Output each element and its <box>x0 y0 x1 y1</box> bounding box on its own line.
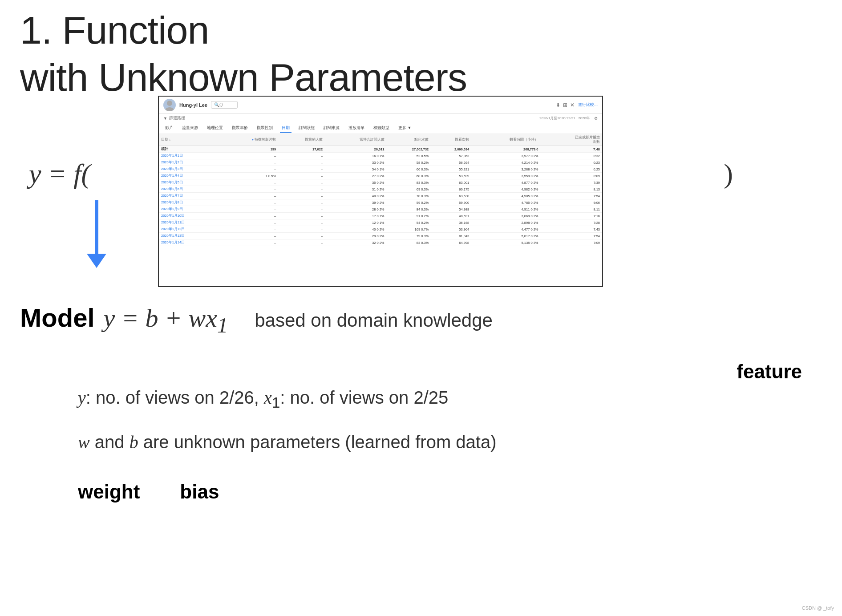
date-range: 2020/1月至2020/12/31 2020年 <box>539 116 590 121</box>
tab-geo[interactable]: 地理位置 <box>205 124 225 133</box>
desc2-post: are unknown parameters (learned from dat… <box>138 432 497 452</box>
arrow-head <box>87 254 106 268</box>
weight-label: weight <box>78 481 140 503</box>
summary-c3: 26,011 <box>325 146 386 153</box>
col-watch-time[interactable]: 觀看時間（小時） <box>471 134 540 146</box>
col-feature[interactable]: ● 特徵的影片數 <box>218 134 279 146</box>
tab-gender[interactable]: 觀眾性別 <box>255 124 275 133</box>
col-viewers[interactable]: 觀賞的人數 <box>278 134 325 146</box>
equation-text: y = f( <box>29 158 90 189</box>
model-description: based on domain knowledge <box>255 310 493 331</box>
model-equation: y = b + wx1 <box>104 303 228 337</box>
data-table: 日期 ↕ ● 特徵的影片數 觀賞的人數 當符合訂閱人數 點化次數 觀看次數 觀看… <box>159 134 602 286</box>
summary-row: 統計 199 17,022 26,011 27,602,732 2,066,63… <box>159 146 602 153</box>
screenshot-window: Hung-yi Lee 🔍 Q ⬇ ⊞ ✕ 進行比較... ▼ 篩選路徑 202… <box>158 96 603 287</box>
avatar <box>163 99 176 111</box>
tab-sub-source[interactable]: 訂閱來源 <box>322 124 341 133</box>
filter-icon: ▼ <box>163 116 167 121</box>
table-row: 2020年1月7日 – – 40 0.2% 70 0.3% 63,630 4,9… <box>159 193 602 199</box>
search-placeholder: Q <box>219 102 223 107</box>
header-icons: ⬇ ⊞ ✕ <box>556 102 575 108</box>
svg-point-1 <box>165 107 174 111</box>
nav-item-filter[interactable]: 篩選路徑 <box>169 115 185 121</box>
username: Hung-yi Lee <box>179 102 207 108</box>
tab-sub-status[interactable]: 訂閱狀態 <box>297 124 316 133</box>
table-row: 2020年1月3日 – – 54 0.1% 66 0.3% 55,321 3,2… <box>159 166 602 173</box>
table-row: 2020年1月6日 – – 31 0.2% 69 0.3% 60,175 4,9… <box>159 186 602 193</box>
table-row: 2020年1月4日 1 0.5% – 27 0.2% 68 0.3% 53,59… <box>159 173 602 179</box>
title-line2: with Unknown Parameters <box>20 54 467 101</box>
description-line2: w and b are unknown parameters (learned … <box>78 432 497 453</box>
equation-left: y = f( <box>29 158 90 190</box>
description-line1: y: no. of views on 2/26, x1: no. of view… <box>78 387 448 411</box>
summary-c6: 268,779.0 <box>471 146 540 153</box>
col-subscribers[interactable]: 當符合訂閱人數 <box>325 134 386 146</box>
svg-point-0 <box>167 101 172 106</box>
equation-right: ) <box>724 158 733 190</box>
title-line1: 1. Function <box>20 7 467 54</box>
tab-date[interactable]: 日期 <box>280 124 291 133</box>
watermark: CSDN @ _tofy <box>802 605 834 611</box>
col-date[interactable]: 日期 ↕ <box>159 134 218 146</box>
feature-label: feature <box>737 361 802 383</box>
main-title: 1. Function with Unknown Parameters <box>20 7 467 101</box>
table-row: 2020年1月5日 – – 35 0.2% 83 0.3% 63,001 4,8… <box>159 179 602 186</box>
subscript-1: 1 <box>272 394 280 411</box>
col-complete[interactable]: 已完成影片播放次數 <box>540 134 602 146</box>
tab-video[interactable]: 影片 <box>163 124 175 133</box>
col-views[interactable]: 觀看次數 <box>431 134 471 146</box>
col-clicks[interactable]: 點化次數 <box>387 134 431 146</box>
desc1-post: : no. of views on 2/25 <box>280 388 448 407</box>
closing-paren: ) <box>724 158 733 189</box>
tab-tag[interactable]: 標籤類型 <box>372 124 391 133</box>
var-y: y <box>78 388 86 408</box>
header-left: Hung-yi Lee 🔍 Q <box>163 99 238 111</box>
filter-row: 影片 流量來源 地理位置 觀眾年齡 觀眾性別 日期 訂閱狀態 訂閱來源 播放清單… <box>159 123 602 134</box>
table-row: 2020年1月2日 – – 33 0.2% 58 0.2% 56,264 4,2… <box>159 159 602 166</box>
arrow-down <box>87 200 106 268</box>
tab-playlist[interactable]: 播放清單 <box>347 124 366 133</box>
model-label: Model <box>20 303 95 332</box>
var-w: w <box>78 432 90 452</box>
var-x1: x <box>264 388 272 408</box>
table-row: 2020年1月12日 – – 40 0.2% 169 0.7% 53,964 4… <box>159 226 602 233</box>
tab-age[interactable]: 觀眾年齡 <box>230 124 250 133</box>
weight-bias-row: weight bias <box>78 481 219 503</box>
bias-label: bias <box>180 481 219 503</box>
arrow-line <box>95 200 98 254</box>
search-box[interactable]: 🔍 Q <box>211 101 238 109</box>
var-b: b <box>130 432 138 452</box>
grid-icon[interactable]: ⊞ <box>563 102 567 108</box>
summary-c7: 7:48 <box>540 146 602 153</box>
filter-tabs: 影片 流量來源 地理位置 觀眾年齡 觀眾性別 日期 訂閱狀態 訂閱來源 播放清單… <box>163 124 413 133</box>
table-row: 2020年1月14日 – – 32 0.2% 83 0.3% 64,998 5,… <box>159 239 602 246</box>
header-right: ⬇ ⊞ ✕ 進行比較... <box>556 102 598 108</box>
close-icon[interactable]: ✕ <box>570 102 575 108</box>
table-row: 2020年1月1日 – – 16 0.1% 52 0.5% 57,063 3,9… <box>159 153 602 159</box>
compare-button[interactable]: 進行比較... <box>578 102 598 108</box>
model-section: Model y = b + wx1 based on domain knowle… <box>20 303 493 337</box>
settings-icon[interactable]: ⚙ <box>594 116 598 121</box>
tab-more[interactable]: 更多 ▼ <box>397 124 413 133</box>
table-row: 2020年1月10日 – – 17 0.1% 91 0.2% 40,691 3,… <box>159 213 602 219</box>
download-icon[interactable]: ⬇ <box>556 102 560 108</box>
summary-c2: 17,022 <box>278 146 325 153</box>
tab-traffic[interactable]: 流量來源 <box>180 124 200 133</box>
summary-c4: 27,602,732 <box>387 146 431 153</box>
summary-c1: 199 <box>218 146 279 153</box>
breadcrumb-nav: ▼ 篩選路徑 2020/1月至2020/12/31 2020年 ⚙ <box>159 113 602 123</box>
summary-c5: 2,066,634 <box>431 146 471 153</box>
screenshot-header: Hung-yi Lee 🔍 Q ⬇ ⊞ ✕ 進行比較... <box>159 97 602 113</box>
table-row: 2020年1月9日 – – 28 0.2% 84 0.3% 54,988 4,9… <box>159 206 602 213</box>
table-row: 2020年1月13日 – – 29 0.2% 79 0.3% 81,043 5,… <box>159 233 602 239</box>
table-row: 2020年1月11日 – – 12 0.1% 54 0.2% 36,168 2,… <box>159 219 602 226</box>
desc1-mid: : no. of views on 2/26, <box>86 388 264 407</box>
table-row: 2020年1月8日 – – 39 0.2% 59 0.2% 59,900 4,7… <box>159 199 602 206</box>
summary-label: 統計 <box>159 146 218 153</box>
search-icon: 🔍 <box>214 102 219 107</box>
desc2-mid: and <box>90 432 130 452</box>
